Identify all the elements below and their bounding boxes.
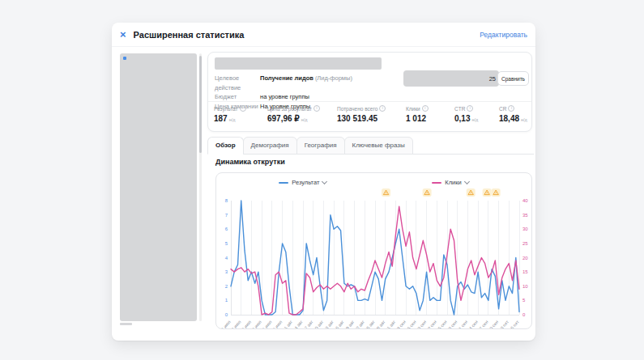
chevron-down-icon [464, 179, 470, 184]
svg-text:17 июл: 17 июл [228, 320, 241, 328]
svg-text:20: 20 [522, 256, 528, 260]
campaign-list-marker [123, 57, 126, 60]
svg-text:13 авг: 13 авг [322, 320, 335, 328]
metric-clicks: Кликиi 1 012 [406, 105, 429, 123]
campaign-name-redacted [215, 57, 382, 70]
svg-text:22 авг: 22 авг [353, 320, 365, 328]
svg-text:25: 25 [522, 241, 528, 246]
info-icon[interactable]: i [240, 105, 246, 112]
screen: × Расширенная статистика Редактировать Ц… [0, 0, 644, 360]
svg-text:2: 2 [225, 284, 228, 289]
campaign-info-card: Целевое действие Получение лидов(Лид-фор… [207, 52, 532, 132]
modal-header: × Расширенная статистика Редактировать [112, 23, 535, 47]
close-icon[interactable]: × [120, 29, 126, 40]
svg-text:3 окт: 3 окт [499, 319, 510, 328]
svg-text:18 сен: 18 сен [446, 320, 458, 328]
detail-row-budget: Бюджет на уровне группы [215, 92, 352, 102]
warning-icon[interactable] [483, 188, 492, 197]
compare-button[interactable]: Сравнить [497, 71, 529, 86]
info-icon[interactable]: i [313, 105, 320, 112]
warning-icon[interactable] [467, 188, 476, 197]
tab-geography[interactable]: География [296, 137, 345, 155]
svg-text:27 сен: 27 сен [476, 320, 488, 328]
info-icon[interactable]: i [508, 105, 514, 112]
legend-clicks-swatch [432, 182, 441, 184]
card-divider [208, 101, 531, 102]
warning-icon[interactable] [492, 188, 501, 197]
tab-demography[interactable]: Демография [243, 137, 297, 155]
tab-overview[interactable]: Обзор [207, 137, 244, 155]
metric-result: Результатi 187н/д [214, 105, 246, 123]
metric-total-spent: Потрачено всегоi 130 519.45 [337, 105, 386, 123]
svg-text:1 авг: 1 авг [283, 320, 293, 328]
sidebar-overflow-stub [120, 323, 132, 325]
svg-text:10: 10 [522, 284, 528, 289]
svg-text:7: 7 [225, 213, 228, 218]
stats-tabs: Обзор Демография География Ключевые фраз… [207, 136, 534, 155]
dynamics-line-chart: 012345678051015202530354014 июл17 июл20 … [216, 188, 533, 328]
chart-section-title: Динамика открутки [215, 158, 285, 166]
svg-text:5: 5 [225, 241, 228, 246]
svg-text:30 сен: 30 сен [487, 320, 499, 328]
svg-text:6: 6 [225, 227, 228, 231]
svg-text:28 авг: 28 авг [374, 320, 386, 328]
svg-text:14 июл: 14 июл [219, 320, 232, 328]
svg-text:21 сен: 21 сен [456, 320, 468, 328]
sidebar-scrollbar[interactable] [199, 53, 202, 321]
svg-text:1: 1 [225, 298, 228, 303]
svg-text:7 авг: 7 авг [304, 320, 314, 328]
legend-result-selector[interactable]: Результат [279, 179, 326, 186]
svg-text:6 сен: 6 сен [406, 320, 416, 328]
svg-text:31 авг: 31 авг [385, 320, 397, 328]
warning-icon[interactable] [382, 188, 390, 197]
svg-text:0: 0 [522, 312, 526, 317]
svg-text:10 авг: 10 авг [313, 320, 325, 328]
extended-statistics-modal: × Расширенная статистика Редактировать Ц… [112, 23, 535, 341]
svg-text:5: 5 [522, 298, 526, 303]
info-icon[interactable]: i [467, 105, 473, 112]
edit-link[interactable]: Редактировать [480, 31, 527, 39]
svg-text:23 июл: 23 июл [249, 320, 262, 328]
svg-text:6 окт: 6 окт [510, 319, 520, 328]
svg-text:15 сен: 15 сен [436, 320, 448, 328]
svg-text:3 сен: 3 сен [396, 320, 407, 328]
detail-row-target-action: Целевое действие Получение лидов(Лид-фор… [215, 74, 352, 92]
svg-text:3: 3 [225, 269, 228, 274]
metric-cr: CRi 18,48н/д [499, 105, 527, 123]
svg-text:25 авг: 25 авг [364, 320, 376, 328]
dynamics-chart-card: Результат Клики 012345678051015202530354… [215, 172, 532, 329]
svg-text:9 сен: 9 сен [416, 320, 427, 328]
sidebar-scrollbar-thumb[interactable] [199, 56, 202, 153]
date-range-input[interactable]: 25 [403, 70, 499, 87]
svg-text:4 авг: 4 авг [293, 320, 304, 328]
svg-text:26 июл: 26 июл [259, 320, 272, 328]
campaign-list-redacted[interactable] [120, 53, 197, 321]
svg-text:20 июл: 20 июл [239, 320, 252, 328]
chevron-down-icon [322, 179, 327, 184]
warning-icon[interactable] [423, 188, 432, 197]
legend-result-swatch [279, 182, 288, 184]
svg-text:0: 0 [225, 312, 228, 317]
svg-text:40: 40 [522, 198, 528, 203]
svg-text:16 авг: 16 авг [333, 320, 345, 328]
svg-text:4: 4 [225, 256, 228, 260]
svg-text:24 сен: 24 сен [467, 320, 479, 328]
svg-text:29 июл: 29 июл [270, 320, 283, 328]
metric-cost-per-result: Цена за результатi 697,96 ₽н/д [267, 105, 320, 123]
metric-ctr: CTRi 0,13н/д [454, 105, 478, 123]
tab-keywords[interactable]: Ключевые фразы [344, 137, 413, 155]
legend-clicks-selector[interactable]: Клики [432, 179, 468, 186]
svg-text:19 авг: 19 авг [343, 320, 356, 328]
info-icon[interactable]: i [379, 105, 386, 112]
chart-legend: Результат Клики [216, 179, 531, 186]
svg-text:15: 15 [522, 269, 528, 274]
svg-text:30: 30 [522, 227, 528, 231]
svg-text:8: 8 [225, 198, 228, 203]
svg-text:12 сен: 12 сен [425, 320, 437, 328]
page-title: Расширенная статистика [134, 30, 245, 40]
svg-text:35: 35 [522, 213, 528, 218]
info-icon[interactable]: i [422, 105, 429, 112]
